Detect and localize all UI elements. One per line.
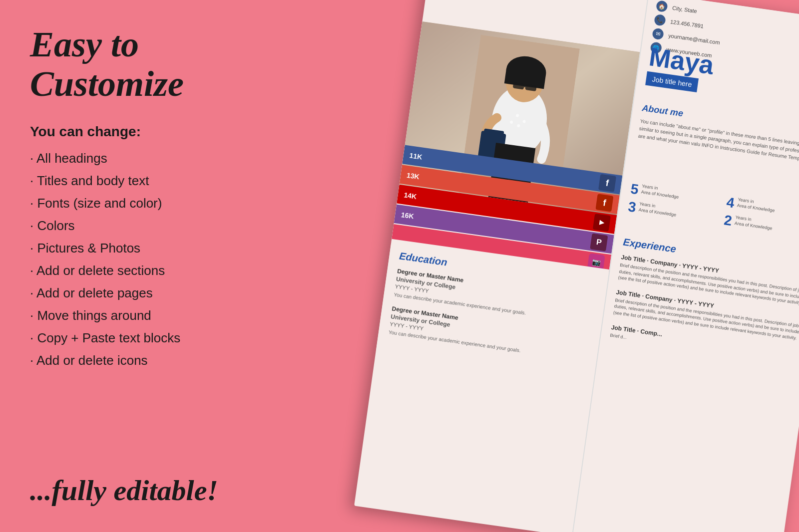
list-item: · All headings (30, 149, 250, 168)
mail-icon: ✉ (652, 28, 664, 40)
list-item: · Copy + Paste text blocks (30, 328, 250, 348)
list-item: · Fonts (size and color) (30, 194, 250, 213)
resume-card: 🏠 City, State 📞 123.456.7891 ✉ yourname@… (354, 0, 799, 532)
stat-number-3: 3 (627, 200, 637, 215)
home-icon: 🏠 (656, 0, 668, 12)
stat-label-4: Years inArea of Knowledge (734, 215, 774, 232)
stat-label-2: Years inArea of Knowledge (737, 197, 776, 214)
facebook-icon: f (598, 174, 616, 192)
list-item: · Add or delete sections (30, 261, 250, 280)
stat-label-1: Years inArea of Knowledge (641, 184, 680, 201)
experience-section: Experience Job Title · Company · YYYY - … (599, 235, 799, 374)
social-count-14k: 14K (403, 191, 417, 200)
social-count-fb: 11K (409, 151, 423, 161)
stats-area: 5 Years inArea of Knowledge 4 Years inAr… (617, 181, 799, 242)
phone-icon: 📞 (654, 14, 666, 26)
fully-editable-text: ...fully editable! (30, 474, 250, 507)
list-item: · Move things around (30, 306, 250, 325)
list-item: · Add or delete pages (30, 283, 250, 303)
stat-label-3: Years inArea of Knowledge (638, 201, 678, 218)
facebook-icon-2: f (595, 194, 613, 212)
stat-number-2: 4 (726, 196, 735, 211)
resume-mockup: 🏠 City, State 📞 123.456.7891 ✉ yourname@… (353, 0, 799, 532)
subtitle: You can change: (30, 124, 250, 140)
feature-list: · All headings · Titles and body text · … (30, 149, 250, 373)
social-count-16k: 16K (400, 211, 414, 220)
main-title: Easy to Customize (30, 25, 250, 104)
left-panel: Easy to Customize You can change: · All … (0, 0, 280, 532)
stat-number-4: 2 (723, 213, 733, 228)
social-count-13k: 13K (406, 171, 420, 181)
list-item: · Titles and body text (30, 171, 250, 191)
list-item: · Pictures & Photos (30, 239, 250, 258)
youtube-icon: ▶ (593, 214, 611, 232)
pinterest-icon: P (590, 234, 608, 252)
list-item: · Colors (30, 216, 250, 236)
stat-number-1: 5 (630, 182, 639, 197)
about-section: About me You can include "about me" or "… (628, 101, 799, 167)
list-item: · Add or delete icons (30, 351, 250, 370)
